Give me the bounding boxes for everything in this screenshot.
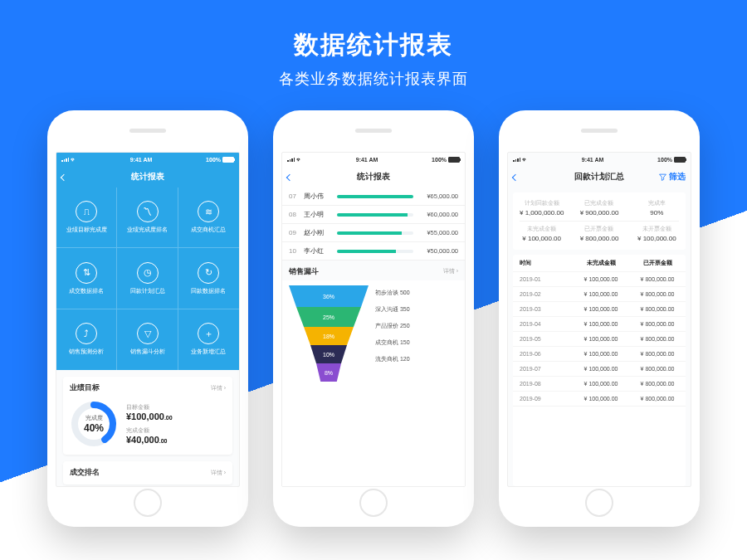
table-cell: 2019-01 <box>513 272 573 286</box>
hero-title: 数据统计报表 <box>0 28 747 62</box>
table-cell: 2019-03 <box>513 302 573 316</box>
nav-title: 统计报表 <box>357 171 390 183</box>
battery-pct: 100% <box>206 157 221 163</box>
table-header: 未完成金额 <box>573 255 629 271</box>
table-cell: 2019-02 <box>513 287 573 301</box>
status-time: 9:41 AM <box>130 157 153 163</box>
summary-value: 90% <box>628 209 686 217</box>
target-label: 目标金额 <box>126 403 173 411</box>
donut-label: 完成度 <box>85 414 103 422</box>
table-header: 已开票金额 <box>629 255 686 271</box>
table-row[interactable]: 2019-03¥ 100,000.00¥ 800,000.00 <box>513 302 686 317</box>
battery-pct: 100% <box>657 157 672 163</box>
table-cell: ¥ 800,000.00 <box>629 347 686 361</box>
rank-bar <box>337 250 413 253</box>
report-grid-item[interactable]: ◷回款计划汇总 <box>117 248 178 309</box>
grid-item-icon: ↻ <box>198 262 219 284</box>
table-cell: 2019-08 <box>513 377 573 391</box>
ranking-row[interactable]: 07 周小伟 ¥65,000.00 <box>282 187 465 206</box>
table-cell: 2019-04 <box>513 317 573 331</box>
hero: 数据统计报表 各类业务数据统计报表界面 <box>0 0 747 89</box>
rank-name: 周小伟 <box>304 192 332 201</box>
grid-item-label: 成交商机汇总 <box>191 226 226 234</box>
report-grid-item[interactable]: ⎍业绩目标完成度 <box>56 187 117 248</box>
phone-row: ᯤ 9:41 AM 100% 统计报表 ⎍业绩目标完成度〽业绩完成度排名≋成交商… <box>0 110 747 527</box>
grid-item-label: 销售预测分析 <box>69 348 104 356</box>
summary-value: ¥ 900,000.00 <box>570 209 627 217</box>
grid-item-label: 业绩目标完成度 <box>66 226 107 234</box>
rank-more-link[interactable]: 详情 › <box>211 469 226 477</box>
table-row[interactable]: 2019-04¥ 100,000.00¥ 800,000.00 <box>513 317 686 332</box>
grid-item-label: 回款数据排名 <box>191 287 226 295</box>
rank-amount: ¥65,000.00 <box>418 192 458 200</box>
table-cell: 2019-05 <box>513 332 573 346</box>
table-cell: ¥ 800,000.00 <box>629 302 686 316</box>
summary-value: ¥ 1,000,000.00 <box>513 209 570 217</box>
ranking-row[interactable]: 08 王小明 ¥60,000.00 <box>282 206 465 224</box>
funnel-title: 销售漏斗 <box>289 267 319 277</box>
funnel-more-link[interactable]: 详情 › <box>443 267 458 277</box>
rank-name: 赵小刚 <box>304 228 332 237</box>
report-grid-item[interactable]: ≋成交商机汇总 <box>178 187 239 248</box>
wifi-icon: ᯤ <box>522 157 528 163</box>
back-button[interactable] <box>61 171 66 183</box>
payments-table: 时间未完成金额已开票金额 2019-01¥ 100,000.00¥ 800,00… <box>513 255 686 486</box>
funnel-label: 产品报价 250 <box>375 322 458 330</box>
table-cell: ¥ 100,000.00 <box>573 287 629 301</box>
report-grid-item[interactable]: ↻回款数据排名 <box>178 248 239 309</box>
back-button[interactable] <box>513 171 518 183</box>
summary-card: 计划回款金额¥ 1,000,000.00已完成金额¥ 900,000.00完成率… <box>513 192 686 250</box>
rank-number: 10 <box>289 247 299 255</box>
hero-subtitle: 各类业务数据统计报表界面 <box>0 69 747 89</box>
funnel-label: 流失商机 120 <box>375 355 458 363</box>
phone-1: ᯤ 9:41 AM 100% 统计报表 ⎍业绩目标完成度〽业绩完成度排名≋成交商… <box>47 110 248 527</box>
table-cell: ¥ 100,000.00 <box>573 272 629 286</box>
report-grid-item[interactable]: ⤴销售预测分析 <box>56 309 117 370</box>
table-cell: ¥ 100,000.00 <box>573 392 629 406</box>
status-bar: ᯤ 9:41 AM 100% <box>56 153 239 166</box>
summary-label: 已完成金额 <box>570 200 627 207</box>
goal-more-link[interactable]: 详情 › <box>211 384 226 392</box>
summary-cell: 已开票金额¥ 800,000.00 <box>570 223 627 245</box>
grid-item-icon: ⎍ <box>76 201 97 222</box>
report-grid-item[interactable]: 〽业绩完成度排名 <box>117 187 178 248</box>
funnel-segment: 8% <box>316 363 341 382</box>
status-bar: ᯤ 9:41 AM 100% <box>282 153 465 166</box>
rank-bar <box>337 213 413 217</box>
table-row[interactable]: 2019-09¥ 100,000.00¥ 800,000.00 <box>513 392 686 407</box>
report-grid: ⎍业绩目标完成度〽业绩完成度排名≋成交商机汇总⇅成交数据排名◷回款计划汇总↻回款… <box>56 187 239 370</box>
rank-number: 07 <box>289 192 299 200</box>
funnel-label: 成交商机 150 <box>375 338 458 347</box>
report-grid-item[interactable]: ＋业务新增汇总 <box>178 309 239 370</box>
summary-label: 已开票金额 <box>570 226 627 233</box>
grid-item-label: 回款计划汇总 <box>130 287 165 295</box>
phone-3: ᯤ 9:41 AM 100% 回款计划汇总 筛选 计划回款金额¥ 1,000,0… <box>499 110 700 527</box>
summary-value: ¥ 100,000.00 <box>628 235 686 242</box>
grid-item-label: 业绩完成度排名 <box>127 226 168 234</box>
done-label: 完成金额 <box>126 426 173 435</box>
grid-item-icon: ＋ <box>198 323 219 344</box>
status-time: 9:41 AM <box>356 157 378 163</box>
table-row[interactable]: 2019-01¥ 100,000.00¥ 800,000.00 <box>513 272 686 287</box>
table-row[interactable]: 2019-06¥ 100,000.00¥ 800,000.00 <box>513 347 686 362</box>
back-button[interactable] <box>287 171 292 183</box>
table-row[interactable]: 2019-02¥ 100,000.00¥ 800,000.00 <box>513 287 686 302</box>
wifi-icon: ᯤ <box>296 157 302 163</box>
summary-cell: 计划回款金额¥ 1,000,000.00 <box>513 197 570 219</box>
table-cell: ¥ 100,000.00 <box>573 347 629 361</box>
ranking-row[interactable]: 09 赵小刚 ¥55,000.00 <box>282 224 465 242</box>
table-cell: ¥ 800,000.00 <box>629 287 686 301</box>
ranking-row[interactable]: 10 李小红 ¥50,000.00 <box>282 242 465 261</box>
ranking-list: 07 周小伟 ¥65,000.0008 王小明 ¥60,000.0009 赵小刚… <box>282 187 465 261</box>
filter-button[interactable]: 筛选 <box>659 171 686 183</box>
report-grid-item[interactable]: ⇅成交数据排名 <box>56 248 117 309</box>
donut-pct: 40% <box>84 422 104 434</box>
report-grid-item[interactable]: ▽销售漏斗分析 <box>117 309 178 370</box>
table-row[interactable]: 2019-07¥ 100,000.00¥ 800,000.00 <box>513 362 686 377</box>
table-row[interactable]: 2019-08¥ 100,000.00¥ 800,000.00 <box>513 377 686 392</box>
battery-icon <box>448 157 460 163</box>
summary-value: ¥ 800,000.00 <box>570 235 627 242</box>
funnel-label: 初步洽谈 500 <box>375 289 458 297</box>
table-row[interactable]: 2019-05¥ 100,000.00¥ 800,000.00 <box>513 332 686 347</box>
table-cell: ¥ 800,000.00 <box>629 362 686 376</box>
